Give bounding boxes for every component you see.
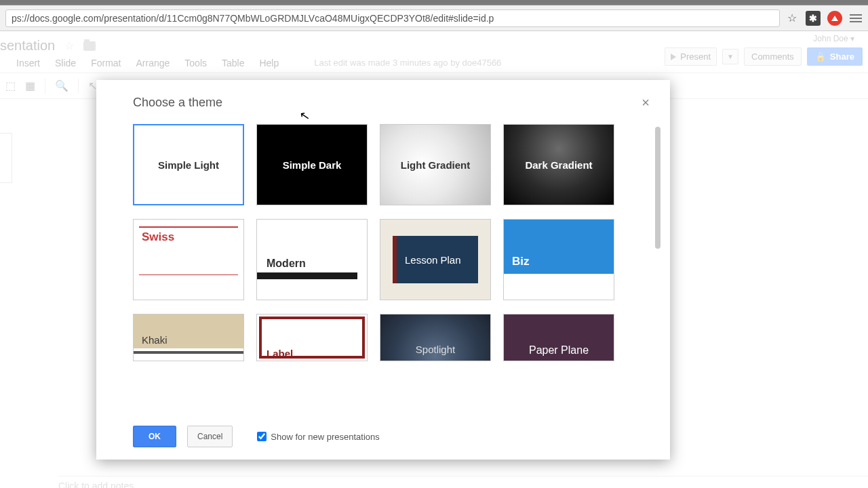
theme-label: Lesson Plan [393,236,478,283]
theme-simple-light[interactable]: Simple Light [133,124,244,205]
theme-modern[interactable]: Modern [256,219,368,300]
theme-khaki[interactable]: Khaki [133,314,244,361]
show-for-new-input[interactable] [257,432,267,441]
theme-label: Simple Light [158,159,219,171]
theme-swiss[interactable]: Swiss [133,219,244,300]
dialog-footer: OK Cancel Show for new presentations [96,416,670,460]
theme-label: Biz [512,255,530,268]
theme-label: Modern [267,258,306,270]
cancel-button[interactable]: Cancel [187,426,233,447]
theme-biz[interactable]: Biz [503,219,614,300]
browser-toolbar: ps://docs.google.com/presentation/d/11Cc… [0,5,868,31]
app-area: John Doe ▾ Present ▼ Comments 🔒 Share se… [0,31,868,488]
scrollbar[interactable] [655,127,660,249]
theme-label: Dark Gradient [525,159,592,171]
theme-paper-plane[interactable]: Paper Plane [503,314,614,361]
show-for-new-label: Show for new presentations [271,432,379,442]
dialog-title: Choose a theme [133,96,222,110]
extension-icon[interactable]: ✱ [806,11,821,26]
theme-spotlight[interactable]: Spotlight [380,314,491,361]
theme-label: Paper Plane [529,344,589,357]
theme-label: Khaki [142,334,167,346]
ok-button[interactable]: OK [133,426,176,447]
browser-tab-strip [0,0,868,5]
star-icon[interactable]: ☆ [785,12,799,25]
url-bar[interactable]: ps://docs.google.com/presentation/d/11Cc… [5,9,780,27]
theme-label: Label [267,348,293,359]
theme-dialog: ↖ Choose a theme × Simple Light Simple D… [96,80,670,460]
theme-simple-dark[interactable]: Simple Dark [256,124,368,205]
themes-container: Simple Light Simple Dark Light Gradient … [96,117,670,416]
show-for-new-checkbox[interactable]: Show for new presentations [257,432,379,442]
extension-icon-2[interactable] [827,11,842,26]
theme-label: Swiss [142,230,174,244]
url-text: ps://docs.google.com/presentation/d/11Cc… [12,13,494,24]
theme-label: Light Gradient [401,159,471,171]
theme-label-theme[interactable]: Label [256,314,368,361]
chrome-menu-icon[interactable] [849,12,863,25]
theme-lesson-plan[interactable]: Lesson Plan [380,219,491,300]
theme-dark-gradient[interactable]: Dark Gradient [503,124,614,205]
theme-light-gradient[interactable]: Light Gradient [380,124,491,205]
close-icon[interactable]: × [642,95,652,110]
theme-label: Simple Dark [283,159,342,171]
theme-label: Spotlight [416,344,455,355]
